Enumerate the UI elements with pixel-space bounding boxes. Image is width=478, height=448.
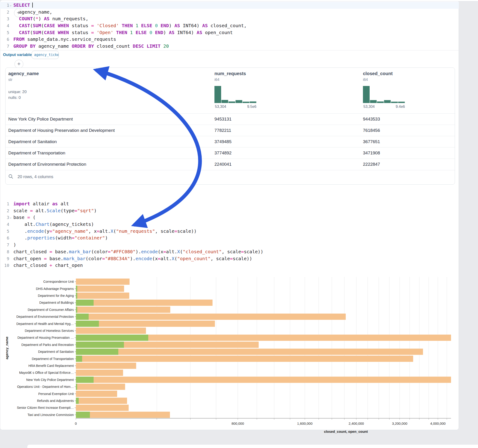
line-number: 7 [0,43,9,50]
line-number: 9 [0,255,9,262]
line-number: 1 [0,200,9,207]
bar-open [76,335,148,341]
bar-closed [76,377,451,383]
bar-closed [76,300,213,306]
table-cell: 3749485 [214,139,232,144]
bar-closed [76,363,136,369]
table-row: New York City Police Department945313194… [6,113,455,125]
bar-open [76,300,94,306]
code-line[interactable]: 3 COUNT(*) AS num_requests, [0,15,459,22]
collapse-chevron-icon[interactable]: ⌄ [10,2,12,8]
table-cell: New York City Police Department [8,117,73,122]
column-name: agency_name [8,71,39,76]
x-axis-tick-label: 0 [75,422,77,425]
y-axis-title: agency_name [5,336,9,359]
x-axis-title: closed_count, open_count [324,429,368,430]
output-variable-label: Output variable: [3,53,33,57]
code-line[interactable]: 3⌄base = ( [0,214,459,221]
y-axis-label: Department of Sanitation [38,350,74,354]
table-cell: Department of Environmental Protection [8,162,86,167]
bar-closed [76,286,124,292]
table-cell: 2240041 [214,162,232,167]
table-rows: New York City Police Department945313194… [6,113,455,170]
y-axis-label: DHS Advantage Programs [36,287,74,291]
x-axis-tick-label: 2,400,000 [349,422,364,425]
y-axis-label: Department of Transportation [32,357,74,361]
y-axis-label: Department of Health and Mental Hyg… [16,322,74,326]
code-line[interactable]: 9chart_open = base.mark_bar(color="#8BC3… [0,255,459,262]
column-histogram: 53,3049.5e6 [214,85,257,110]
column-stat-nulls: nulls: 0 [8,95,39,100]
bar-open [76,349,118,355]
code-line[interactable]: 2scale = alt.Scale(type="sqrt") [0,207,459,214]
code-line[interactable]: 6 .properties(width="container") [0,235,459,242]
y-axis-label: Department for the Aging [38,294,74,298]
code-line[interactable]: 5 .encode(y="agency_name", x=alt.X("num_… [0,228,459,235]
code-line[interactable]: 7) [0,242,459,249]
bar-open [76,314,89,320]
x-axis-tick-label: 800,000 [232,422,244,425]
collapse-chevron-icon[interactable]: ⌄ [10,214,12,221]
dataframe-preview: agency_name str unique: 20 nulls: 0 num_… [5,68,455,185]
plus-icon: + [17,61,20,67]
table-row: Department of Housing Preservation and D… [6,125,455,136]
y-axis-label: Operations Unit - Department of Hom… [17,385,74,389]
column-type: i64 [214,78,257,82]
table-cell: 7618456 [363,128,380,133]
bar-open [76,377,94,383]
column-header-closed-count[interactable]: closed_count i64 53,3049.4e6 [363,71,405,110]
bar-open [76,384,77,390]
x-axis-tick-label: 3,200,000 [392,422,408,425]
code-line[interactable]: 10chart_closed + chart_open [0,262,459,269]
code-line[interactable]: 7GROUP BY agency_name ORDER BY closed_co… [0,43,459,50]
y-axis-label: Taxi and Limousine Commission [27,413,74,417]
bar-open [76,398,79,404]
table-cell: Department of Sanitation [8,139,57,144]
bar-open [76,321,99,327]
code-line[interactable]: 4 alt.Chart(agency_tickets) [0,221,459,228]
sql-editor[interactable]: 1⌄SELECT2 agency_name,3 COUNT(*) AS num_… [0,2,459,50]
table-cell: Department of Housing Preservation and D… [8,128,115,133]
text-cursor [32,3,33,8]
python-editor[interactable]: 1import altair as alt2scale = alt.Scale(… [0,200,459,269]
column-name: closed_count [363,71,405,76]
add-cell-button-output[interactable]: + [14,60,23,68]
line-number: 1 [0,2,9,9]
y-axis-label: Department of Environmental Protection [16,315,74,318]
line-number: 10 [0,262,9,269]
bar-open [76,342,124,348]
y-axis-label: Correspondence Unit [43,280,74,283]
code-line[interactable]: 1⌄SELECT [0,2,459,9]
code-line[interactable]: 5 CAST(SUM(CASE WHEN status = 'Open' THE… [0,29,459,36]
column-name: num_requests [214,71,257,76]
line-number: 4 [0,22,9,29]
code-line[interactable]: 6FROM sample_data.nyc.service_requests [0,36,459,43]
y-axis-label: Department of Consumer Affairs [28,308,74,311]
y-axis-label: Personal Exemption Unit [38,392,74,396]
code-line[interactable]: 4 CAST(SUM(CASE WHEN status = 'Closed' T… [0,22,459,29]
column-stat-unique: unique: 20 [8,90,39,94]
line-number: 2 [0,207,9,214]
y-axis-label: Department of Buildings [39,301,74,305]
search-icon[interactable] [8,174,13,179]
next-cell-edge [27,444,478,448]
table-cell: 3471908 [363,150,380,156]
code-line[interactable]: 2 agency_name, [0,9,459,16]
bar-open [76,286,77,292]
bar-closed [76,384,125,390]
output-variable-pill[interactable]: agency_tickets [31,51,59,59]
table-cell: 2222847 [363,162,380,167]
code-line[interactable]: 1import altair as alt [0,200,459,207]
code-line[interactable]: 8chart_closed = base.mark_bar(color="#FF… [0,249,459,255]
line-number: 8 [0,249,9,255]
svg-text:53,304: 53,304 [363,105,375,109]
table-cell: 3774892 [214,150,232,156]
line-number: 3 [0,15,9,22]
table-cell: 9453131 [214,117,232,122]
x-axis-tick-label: 4,000,000 [430,422,446,425]
column-header-num-requests[interactable]: num_requests i64 53,3049.5e6 [214,71,257,110]
column-header-agency-name[interactable]: agency_name str unique: 20 nulls: 0 [8,71,39,100]
bar-chart: Correspondence UnitDHS Advantage Program… [0,277,451,430]
previous-cell-edge [29,0,478,1]
bar-open [76,412,90,418]
